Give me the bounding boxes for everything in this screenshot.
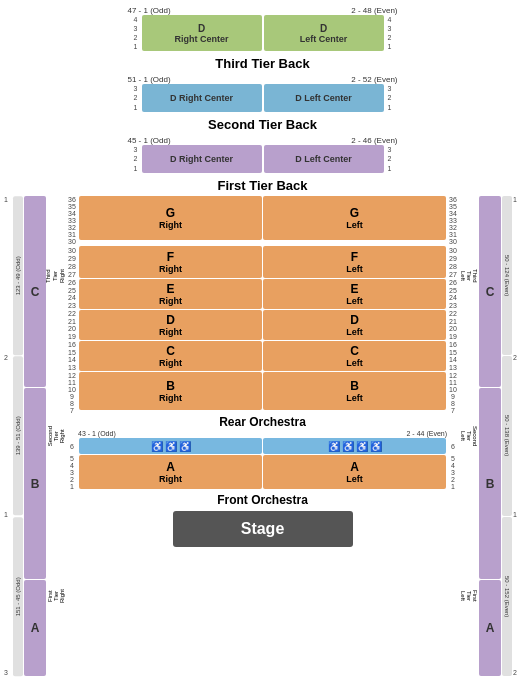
third-tier-odd-even-labels: 47 - 1 (Odd) 2 - 48 (Even) bbox=[128, 6, 398, 15]
right-side-panels: ThirdTierLeft SecondTierLeft FirstTierLe… bbox=[460, 196, 521, 676]
c-right: C Right bbox=[79, 341, 262, 371]
right-block-a: A bbox=[479, 580, 501, 676]
left-side-panels: 1 2 1 3 123 - 49 (Odd) 139 - 51 (Odd) 15… bbox=[4, 196, 65, 676]
first-tier-blocks: 3 2 1 D Right Center D Left Center 3 2 1 bbox=[132, 145, 394, 173]
b-right: B Right bbox=[79, 372, 262, 410]
c-left: C Left bbox=[263, 341, 446, 371]
second-tier-right-center: D Right Center bbox=[142, 84, 262, 112]
e-left: E Left bbox=[263, 279, 446, 309]
center-orchestra: 36353433323130 G Right G Left 3635343332… bbox=[66, 196, 459, 676]
third-tier-left-center: D Left Center bbox=[264, 15, 384, 51]
d-left: D Left bbox=[263, 310, 446, 340]
hc-icon-7: ♿ bbox=[370, 441, 382, 452]
main-orchestra-layout: 1 2 1 3 123 - 49 (Odd) 139 - 51 (Odd) 15… bbox=[4, 196, 521, 676]
left-block-c: C bbox=[24, 196, 46, 387]
right-block-b: B bbox=[479, 388, 501, 579]
left-tier-labels: ThirdTierRight SecondTierRight FirstTier… bbox=[47, 196, 65, 676]
second-tier-odd-even-labels: 51 - 1 (Odd) 2 - 52 (Even) bbox=[128, 75, 398, 84]
d-right: D Right bbox=[79, 310, 262, 340]
second-tier-back-title: Second Tier Back bbox=[208, 117, 317, 132]
third-tier-odd-label: 47 - 1 (Odd) bbox=[128, 6, 171, 15]
left-outer-row-nums: 1 2 1 3 bbox=[4, 196, 12, 676]
front-a-right: A Right bbox=[79, 455, 262, 489]
first-tier-odd-label: 45 - 1 (Odd) bbox=[128, 136, 171, 145]
second-tier-back: 51 - 1 (Odd) 2 - 52 (Even) 3 2 1 D Right… bbox=[4, 75, 521, 113]
stage: Stage bbox=[173, 511, 353, 547]
rear-odd-label: 43 - 1 (Odd) bbox=[78, 430, 116, 437]
g-left: G Left bbox=[263, 196, 446, 240]
rear-even-label: 2 - 44 (Even) bbox=[407, 430, 447, 437]
left-cba-blocks: C B A bbox=[24, 196, 46, 676]
second-tier-blocks: 3 2 1 D Right Center D Left Center 3 2 1 bbox=[132, 84, 394, 112]
hc-icon-3: ♿ bbox=[179, 441, 191, 452]
odd-range-2: 139 - 51 (Odd) bbox=[13, 356, 23, 515]
right-block-c: C bbox=[479, 196, 501, 387]
third-tier-right-label: ThirdTierRight bbox=[47, 196, 65, 355]
third-tier-left-row-nums: 4 3 2 1 bbox=[132, 15, 140, 51]
hc-icon-4: ♿ bbox=[328, 441, 340, 452]
e-right: E Right bbox=[79, 279, 262, 309]
rear-row-6: 6 ♿ ♿ ♿ ♿ ♿ ♿ ♿ 6 bbox=[66, 438, 459, 454]
even-range-1: 50 - 124 (Even) bbox=[502, 196, 512, 355]
left-block-a: A bbox=[24, 580, 46, 676]
front-orchestra-title: Front Orchestra bbox=[66, 493, 459, 507]
first-tier-right-center: D Right Center bbox=[142, 145, 262, 173]
third-tier-back-title: Third Tier Back bbox=[215, 56, 309, 71]
second-tier-odd-label: 51 - 1 (Odd) bbox=[128, 75, 171, 84]
hc-right: ♿ ♿ ♿ ♿ bbox=[263, 438, 446, 454]
third-tier-even-label: 2 - 48 (Even) bbox=[351, 6, 397, 15]
f-left: F Left bbox=[263, 246, 446, 278]
row-d: 22212019 D Right D Left 22212019 bbox=[66, 310, 459, 340]
second-tier-even-label: 2 - 52 (Even) bbox=[351, 75, 397, 84]
first-tier-odd-even-labels: 45 - 1 (Odd) 2 - 46 (Even) bbox=[128, 136, 398, 145]
odd-range-1: 123 - 49 (Odd) bbox=[13, 196, 23, 355]
third-tier-right-center: D Right Center bbox=[142, 15, 262, 51]
rear-orchestra-title: Rear Orchestra bbox=[66, 415, 459, 429]
row-c: 16151413 C Right C Left 16151413 bbox=[66, 341, 459, 371]
f-right: F Right bbox=[79, 246, 262, 278]
second-tier-left-center: D Left Center bbox=[264, 84, 384, 112]
row-b: 121110987 B Right B Left 121110987 bbox=[66, 372, 459, 414]
third-tier-right-row-nums: 4 3 2 1 bbox=[386, 15, 394, 51]
hc-icon-6: ♿ bbox=[356, 441, 368, 452]
right-even-labels: 50 - 124 (Even) 50 - 138 (Even) 50 - 152… bbox=[502, 196, 512, 676]
seating-chart: 47 - 1 (Odd) 2 - 48 (Even) 4 3 2 1 D Rig… bbox=[0, 0, 525, 680]
second-tier-left-label: SecondTierLeft bbox=[460, 356, 478, 515]
first-tier-back: 45 - 1 (Odd) 2 - 46 (Even) 3 2 1 D Right… bbox=[4, 136, 521, 174]
hc-left: ♿ ♿ ♿ bbox=[79, 438, 262, 454]
third-tier-blocks: 4 3 2 1 D Right Center D Left Center 4 3… bbox=[132, 15, 394, 51]
second-tier-right-label: SecondTierRight bbox=[47, 356, 65, 515]
hc-icon-1: ♿ bbox=[151, 441, 163, 452]
hc-icon-5: ♿ bbox=[342, 441, 354, 452]
front-a-left: A Left bbox=[263, 455, 446, 489]
left-odd-labels: 123 - 49 (Odd) 139 - 51 (Odd) 151 - 45 (… bbox=[13, 196, 23, 676]
hc-icon-2: ♿ bbox=[165, 441, 177, 452]
left-block-b: B bbox=[24, 388, 46, 579]
third-tier-left-label: ThirdTierLeft bbox=[460, 196, 478, 355]
even-range-2: 50 - 138 (Even) bbox=[502, 356, 512, 515]
right-tier-labels: ThirdTierLeft SecondTierLeft FirstTierLe… bbox=[460, 196, 478, 676]
odd-range-3: 151 - 45 (Odd) bbox=[13, 517, 23, 676]
first-tier-back-title: First Tier Back bbox=[217, 178, 307, 193]
row-e: 26252423 E Right E Left 26252423 bbox=[66, 279, 459, 309]
first-tier-right-label: FirstTierRight bbox=[47, 517, 65, 676]
g-right: G Right bbox=[79, 196, 262, 240]
row-f: 30292827 F Right F Left 30292827 bbox=[66, 246, 459, 278]
right-outer-row-nums: 1 2 1 2 bbox=[513, 196, 521, 676]
first-tier-even-label: 2 - 46 (Even) bbox=[351, 136, 397, 145]
rear-odd-even-labels: 43 - 1 (Odd) 2 - 44 (Even) bbox=[66, 430, 459, 437]
rear-row-a: 54321 A Right A Left 54321 bbox=[66, 455, 459, 490]
b-left: B Left bbox=[263, 372, 446, 410]
even-range-3: 50 - 152 (Even) bbox=[502, 517, 512, 676]
third-tier-back: 47 - 1 (Odd) 2 - 48 (Even) 4 3 2 1 D Rig… bbox=[4, 6, 521, 52]
right-cba-blocks: C B A bbox=[479, 196, 501, 676]
row-g: 36353433323130 G Right G Left 3635343332… bbox=[66, 196, 459, 245]
first-tier-left-label: FirstTierLeft bbox=[460, 517, 478, 676]
first-tier-left-center: D Left Center bbox=[264, 145, 384, 173]
